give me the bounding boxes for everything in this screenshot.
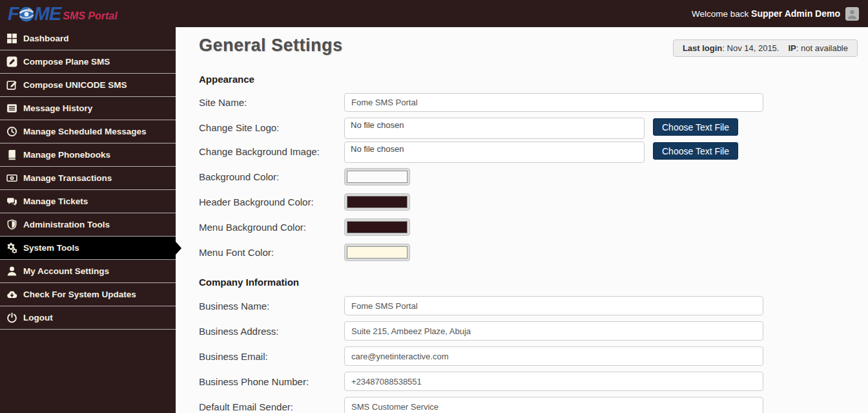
pencil-square-icon [5,79,18,90]
business-name-input[interactable] [344,296,763,315]
page-title: General Settings [199,34,343,56]
brand-logo[interactable]: F ME SMS Portal [0,0,118,27]
site-logo-file-text: No file chosen [351,120,404,130]
sidebar-item-label: Manage Phonebooks [23,150,110,160]
clock-icon [5,126,18,137]
default-email-sender-label: Default Email Sender: [199,401,344,412]
background-color-picker[interactable] [344,168,410,185]
sidebar-item-system-tools[interactable]: System Tools [0,237,176,260]
ip-label: IP [788,43,796,53]
sidebar-item-administration-tools[interactable]: Administration Tools [0,213,176,237]
sidebar-item-manage-tickets[interactable]: Manage Tickets [0,190,176,213]
sidebar-item-message-history[interactable]: Message History [0,97,176,120]
business-address-row: Business Address: [199,321,858,341]
dashboard-icon [5,33,18,44]
site-name-input[interactable] [344,93,763,112]
welcome-username: Supper Admin Demo [751,8,840,19]
default-email-sender-input[interactable] [344,397,763,413]
menu-background-color-row: Menu Background Color: [199,218,858,236]
user-avatar-icon[interactable] [845,7,859,21]
header-background-color-label: Header Background Color: [199,196,344,207]
background-image-row: Change Background Image: No file chosen … [199,142,858,163]
site-logo-file-box[interactable]: No file chosen [344,118,645,139]
menu-font-color-swatch [347,246,408,259]
sidebar-item-label: System Tools [23,243,79,253]
sidebar-item-compose-unicode-sms[interactable]: Compose UNICODE SMS [0,74,176,97]
business-phone-label: Business Phone Number: [199,376,344,387]
sidebar-item-check-for-system-updates[interactable]: Check For System Updates [0,283,176,306]
sidebar-item-label: Compose Plane SMS [23,57,110,67]
background-color-row: Background Color: [199,168,858,185]
shield-icon [5,219,18,230]
logo-suffix: SMS Portal [63,10,117,22]
menu-background-color-swatch [347,221,408,233]
cloud-download-icon [5,289,18,300]
background-image-file-box[interactable]: No file chosen [344,142,645,163]
sidebar-item-dashboard[interactable]: Dashboard [0,27,176,50]
header-background-color-row: Header Background Color: [199,193,858,211]
appearance-heading: Appearance [199,74,858,85]
background-image-label: Change Background Image: [199,142,344,157]
business-name-row: Business Name: [199,296,858,315]
welcome-area: Welcome back Supper Admin Demo [692,7,868,21]
list-icon [5,103,18,114]
sidebar-item-logout[interactable]: Logout [0,306,176,330]
site-logo-choose-button[interactable]: Choose Text File [653,118,738,136]
business-name-label: Business Name: [199,301,344,312]
sidebar-item-label: Manage Tickets [23,196,88,206]
chat-bubbles-icon [5,196,18,207]
sidebar-item-manage-scheduled-messages[interactable]: Manage Scheduled Messages [0,120,176,143]
site-name-label: Site Name: [199,97,344,108]
sidebar-item-label: Logout [23,313,53,323]
company-information-heading: Company Information [199,277,858,288]
sidebar-item-label: Check For System Updates [23,290,136,299]
pencil-icon [5,56,18,67]
sidebar-item-compose-plane-sms[interactable]: Compose Plane SMS [0,50,176,74]
ip-value: : not available [796,43,848,53]
content-header: General Settings Last login: Nov 14, 201… [199,34,858,57]
sidebar-item-label: My Account Settings [23,266,109,276]
sidebar-item-label: Manage Scheduled Messages [23,127,147,136]
sidebar-nav: Dashboard Compose Plane SMS Compose UNIC… [0,27,176,413]
business-address-input[interactable] [344,321,763,341]
menu-background-color-label: Menu Background Color: [199,222,344,233]
header-background-color-swatch [347,196,408,208]
business-address-label: Business Address: [199,326,344,337]
last-login-value: : Nov 14, 2015. [722,43,779,53]
sidebar-item-label: Dashboard [23,34,69,43]
menu-font-color-row: Menu Font Color: [199,244,858,261]
last-login-label: Last login [683,43,722,53]
welcome-prefix: Welcome back [692,9,751,19]
business-email-row: Business Email: [199,346,858,366]
logo-letters-me: ME [34,5,61,23]
header-background-color-picker[interactable] [344,193,410,211]
main-content: General Settings Last login: Nov 14, 201… [176,27,868,413]
user-icon [5,266,18,277]
menu-font-color-picker[interactable] [344,244,410,261]
sidebar-item-label: Message History [23,103,92,113]
background-color-swatch [347,171,408,183]
sidebar-item-label: Administration Tools [23,220,110,229]
book-icon [5,149,18,160]
menu-background-color-picker[interactable] [344,218,410,236]
sidebar-item-manage-phonebooks[interactable]: Manage Phonebooks [0,143,176,167]
business-email-input[interactable] [344,346,763,366]
business-phone-input[interactable] [344,372,763,391]
sidebar-item-my-account-settings[interactable]: My Account Settings [0,260,176,283]
menu-font-color-label: Menu Font Color: [199,247,344,258]
business-email-label: Business Email: [199,351,344,362]
sidebar-item-manage-transactions[interactable]: Manage Transactions [0,167,176,190]
gears-icon [5,242,18,253]
business-phone-row: Business Phone Number: [199,372,858,391]
power-icon [5,312,18,323]
background-color-label: Background Color: [199,171,344,182]
banknote-icon [5,173,18,184]
sidebar-item-label: Manage Transactions [23,173,112,183]
site-name-row: Site Name: [199,93,858,112]
site-logo-label: Change Site Logo: [199,118,344,133]
background-image-file-text: No file chosen [351,144,404,154]
site-logo-row: Change Site Logo: No file chosen Choose … [199,118,858,139]
background-image-choose-button[interactable]: Choose Text File [653,142,738,160]
top-header: F ME SMS Portal Welcome back Supper Admi… [0,0,868,27]
sidebar-item-label: Compose UNICODE SMS [23,80,127,90]
